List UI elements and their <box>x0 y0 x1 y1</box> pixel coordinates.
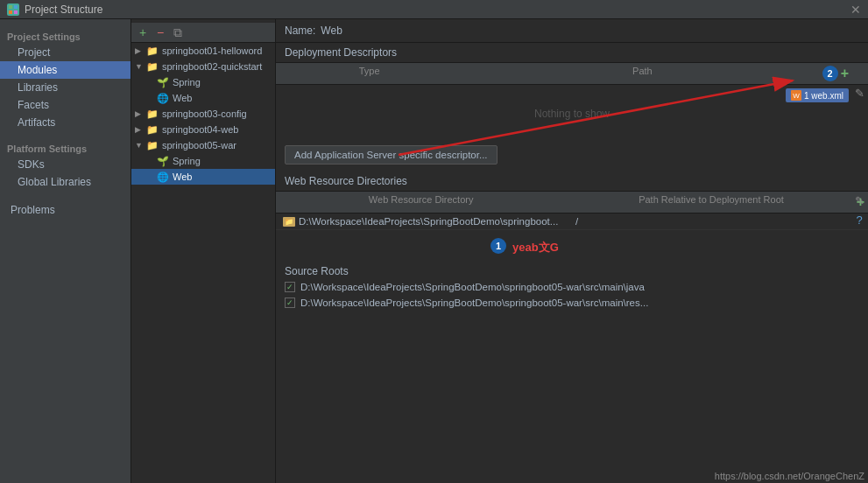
deployment-descriptors-table: Type Path 2 + Nothing to show W 1 web.xm… <box>276 62 868 142</box>
source-path-2: D:\Workspace\IdeaProjects\SpringBootDemo… <box>300 298 648 308</box>
arrow-icon: ▶ <box>135 109 145 118</box>
table-body: Nothing to show W 1 web.xml <box>276 85 868 142</box>
tree-item-springboot01[interactable]: ▶ 📁 springboot01-helloword <box>131 43 275 59</box>
annotation-1-circle: 1 <box>490 238 506 254</box>
svg-rect-2 <box>9 10 12 14</box>
folder-small-icon: 📁 <box>283 217 295 227</box>
wrd-col2: Path Relative to Deployment Root <box>566 194 856 210</box>
source-row-1: ✓ D:\Workspace\IdeaProjects\SpringBootDe… <box>276 279 868 295</box>
tree-add-button[interactable]: + <box>135 24 151 40</box>
svg-rect-0 <box>9 5 12 9</box>
annotation-2-circle: 2 <box>822 66 838 81</box>
wrd-cell-rel: / <box>568 216 861 227</box>
tree-item-label: Spring <box>173 77 201 88</box>
arrow-icon: ▼ <box>135 141 145 150</box>
close-button[interactable]: ✕ <box>850 3 861 17</box>
source-row-2: ✓ D:\Workspace\IdeaProjects\SpringBootDe… <box>276 295 868 311</box>
folder-icon: 📁 <box>145 108 159 120</box>
folder-icon: 📁 <box>145 60 159 73</box>
deployment-descriptors-header: Deployment Descriptors <box>276 43 868 62</box>
col-type: Type <box>276 66 462 81</box>
tree-panel: + − ⧉ ▶ 📁 springboot01-helloword ▼ 📁 spr… <box>131 19 276 483</box>
dd-add-button[interactable]: + <box>841 66 849 81</box>
content-area: Name: Web Deployment Descriptors Type Pa… <box>276 19 868 483</box>
tree-item-spring2[interactable]: 🌱 Spring <box>131 153 275 169</box>
tree-item-springboot04[interactable]: ▶ 📁 springboot04-web <box>131 122 275 137</box>
table-header: Type Path 2 + <box>276 62 868 85</box>
wrd-section: Web Resource Directories Web Resource Di… <box>276 172 868 230</box>
tree-item-label: springboot02-quickstart <box>162 61 262 72</box>
wrd-question-button[interactable]: ? <box>850 211 868 228</box>
nothing-to-show-text: Nothing to show <box>534 108 610 120</box>
sidebar-item-facets[interactable]: Facets <box>0 96 131 114</box>
tree-item-label: springboot03-config <box>162 108 247 119</box>
watermark: https://blog.csdn.net/OrangeChenZ <box>715 471 864 481</box>
tree-remove-button[interactable]: − <box>152 24 168 40</box>
source-path-1: D:\Workspace\IdeaProjects\SpringBootDemo… <box>300 282 645 292</box>
svg-rect-1 <box>14 5 18 9</box>
wrd-row: 📁 D:\Workspace\IdeaProjects\SpringBootDe… <box>276 214 868 230</box>
tree-item-label: springboot01-helloword <box>162 46 262 56</box>
add-btn-row: Add Application Server specific descript… <box>276 142 868 172</box>
window-title: Project Structure <box>25 4 102 16</box>
webxml-label: 1 web.xml <box>804 91 843 101</box>
source-checkbox-1[interactable]: ✓ <box>285 282 295 292</box>
tree-item-springboot05[interactable]: ▼ 📁 springboot05-war <box>131 137 275 153</box>
name-bar: Name: Web <box>276 19 868 43</box>
arrow-icon: ▼ <box>135 62 145 71</box>
tree-item-springboot02[interactable]: ▼ 📁 springboot02-quickstart <box>131 59 275 74</box>
arrow-icon: ▶ <box>135 125 145 134</box>
tree-item-web2[interactable]: 🌐 Web <box>131 169 275 185</box>
spring-icon: 🌱 <box>156 155 170 167</box>
sidebar-item-project[interactable]: Project <box>0 44 131 61</box>
web-icon: 🌐 <box>156 171 170 183</box>
tree-item-web1[interactable]: 🌐 Web <box>131 90 275 106</box>
folder-icon: 📁 <box>145 123 159 136</box>
main-layout: Project Settings Project Modules Librari… <box>0 19 868 483</box>
wrd-cell-dir: 📁 D:\Workspace\IdeaProjects\SpringBootDe… <box>283 216 568 227</box>
project-icon <box>7 4 19 16</box>
wrd-table-header: Web Resource Directory Path Relative to … <box>276 191 868 214</box>
sidebar-item-sdks[interactable]: SDKs <box>0 156 131 173</box>
web-icon: 🌐 <box>156 92 170 104</box>
sidebar-item-libraries[interactable]: Libraries <box>0 79 131 96</box>
add-descriptor-button[interactable]: Add Application Server specific descript… <box>285 145 498 164</box>
folder-icon: 📁 <box>145 45 159 57</box>
sidebar-item-modules[interactable]: Modules <box>0 61 131 79</box>
webxml-icon: W <box>791 90 801 101</box>
name-value: Web <box>321 24 342 37</box>
tree-item-spring1[interactable]: 🌱 Spring <box>131 74 275 90</box>
wrd-header: Web Resource Directories <box>276 172 868 191</box>
source-checkbox-2[interactable]: ✓ <box>285 298 295 308</box>
tree-item-label: springboot04-web <box>162 124 238 135</box>
source-roots-section: Source Roots ✓ D:\Workspace\IdeaProjects… <box>276 262 868 311</box>
tree-copy-button[interactable]: ⧉ <box>170 24 186 40</box>
webxml-badge[interactable]: W 1 web.xml <box>786 88 849 102</box>
tree-item-springboot03[interactable]: ▶ 📁 springboot03-config <box>131 106 275 122</box>
section-platform-settings: Platform Settings <box>0 138 131 156</box>
folder-icon: 📁 <box>145 139 159 151</box>
sidebar: Project Settings Project Modules Librari… <box>0 19 131 483</box>
svg-rect-3 <box>14 10 18 14</box>
col-path: Path <box>462 66 822 81</box>
section-project-settings: Project Settings <box>0 26 131 44</box>
sidebar-item-global-libraries[interactable]: Global Libraries <box>0 173 131 191</box>
wrd-col1: Web Resource Directory <box>276 194 566 210</box>
tree-item-label: Web <box>173 93 192 103</box>
pencil-button[interactable]: ✎ <box>850 84 868 102</box>
name-label: Name: <box>285 24 315 37</box>
wrd-pencil-button[interactable]: ✎ <box>850 192 868 209</box>
yeab-text: yeab文G <box>512 240 559 256</box>
tree-item-label: Web <box>173 172 192 182</box>
arrow-icon: ▶ <box>135 46 145 55</box>
tree-item-label: Spring <box>173 156 201 166</box>
spring-icon: 🌱 <box>156 76 170 88</box>
sidebar-item-artifacts[interactable]: Artifacts <box>0 114 131 131</box>
wrd-path: D:\Workspace\IdeaProjects\SpringBootDemo… <box>299 216 558 227</box>
sidebar-item-problems[interactable]: Problems <box>0 201 131 219</box>
title-bar: Project Structure ✕ <box>0 0 868 19</box>
source-roots-header: Source Roots <box>276 262 868 279</box>
tree-item-label: springboot05-war <box>162 140 236 150</box>
